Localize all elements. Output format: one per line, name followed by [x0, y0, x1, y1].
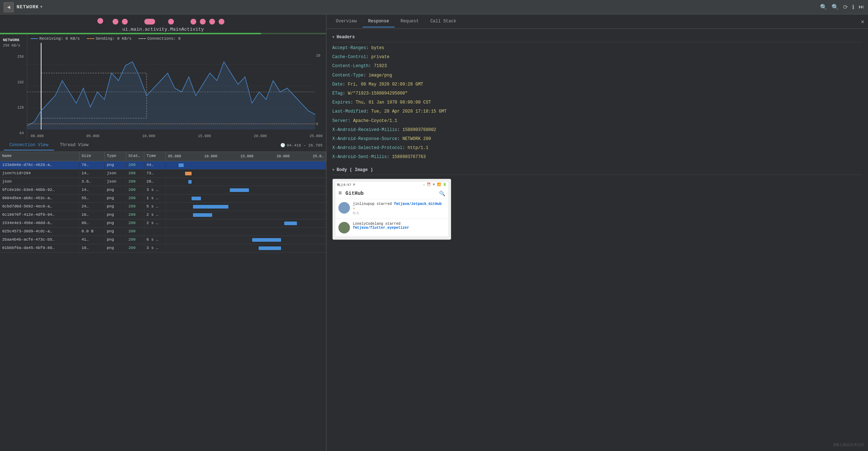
td-status: 200 — [126, 194, 144, 202]
header-row: Content-Length: 71923 — [332, 62, 862, 71]
col-type: Type — [105, 152, 126, 161]
header-row: Last-Modified: Tue, 28 Apr 2020 17:18:15… — [332, 107, 862, 116]
table-row[interactable]: 025c4573-38d9-4cdc-a… 0.0 B png 200 — [0, 228, 326, 236]
refresh-icon[interactable]: ⟳ — [843, 4, 848, 11]
x-tick-4: 20.000 — [254, 134, 267, 138]
table-row[interactable]: 1534e4e3-456e-40dd-8… 60… png 200 2 s … — [0, 219, 326, 228]
td-status: 200 — [126, 178, 144, 186]
table-row[interactable]: 6cbd7d0d-5692-4ec0-a… 24… png 200 5 s … — [0, 203, 326, 211]
close-button[interactable]: ✕ — [861, 18, 864, 25]
feed-text-2: LonelyCodelang starred fmtjava/flutter_e… — [353, 222, 445, 230]
td-name: 9fc6e10c-b3e8-46bb-92… — [0, 186, 79, 194]
process-progress-bar — [0, 33, 326, 34]
thread-dot-8 — [219, 19, 224, 25]
td-timeline — [166, 203, 326, 211]
td-time: 1 s … — [144, 194, 166, 202]
header-value: image/png — [369, 73, 392, 78]
table-row[interactable]: 01bbbf6a-da45-4bf9-89… 10… png 200 3 s … — [0, 244, 326, 253]
table-row[interactable]: 2baa4b4b-acfe-473c-b5… 41… png 200 6 s … — [0, 236, 326, 244]
tab-overview[interactable]: Overview — [330, 16, 363, 27]
chart-x-axis: 00.000 05.000 10.000 15.000 20.000 25.00… — [27, 133, 326, 139]
phone-time: 晚上9:57 P — [337, 183, 355, 187]
tl-tick-3: 20.000 — [277, 154, 290, 158]
info-icon[interactable]: ℹ — [852, 4, 854, 11]
network-chart-svg — [27, 43, 315, 130]
table-header: Name Size Type Stat… Time 05.000 10.000 … — [0, 152, 326, 161]
zoom-in-icon[interactable]: 🔍 — [832, 4, 839, 11]
tab-thread-view[interactable]: Thread View — [54, 140, 94, 150]
table-row[interactable]: json 3.6… json 200 28… — [0, 178, 326, 186]
left-panel: ui.main.activity.MainActivity NETWORK 25… — [0, 14, 326, 451]
table-row[interactable]: 6c10670f-412e-4df0-94… 10… png 200 2 s … — [0, 211, 326, 219]
header-key: X-Android-Selected-Protocol — [332, 145, 402, 150]
td-size: 41… — [79, 236, 105, 244]
header-row: Cache-Control: private — [332, 53, 862, 62]
legend-receiving-line — [31, 38, 38, 39]
header-key: X-Android-Sent-Millis — [332, 154, 387, 159]
main-area: ui.main.activity.MainActivity NETWORK 25… — [0, 14, 868, 451]
td-name: 2baa4b4b-acfe-473c-b5… — [0, 236, 79, 244]
search-icon: 🔍 — [439, 191, 445, 197]
thread-dot-5 — [190, 19, 196, 25]
chart-area: NETWORK 256 KB/s 256 192 128 64 Receivin… — [0, 34, 326, 139]
skip-icon[interactable]: ⏭ — [859, 4, 864, 10]
header-key: Content-Length — [332, 64, 369, 69]
col-size: Size — [79, 152, 105, 161]
legend-connections-line — [139, 38, 146, 39]
td-timeline — [166, 228, 326, 236]
right-y-tick-5: 5 — [316, 122, 325, 126]
header-row: Expires: Thu, 01 Jan 1970 08:00:00 CST — [332, 98, 862, 107]
header-key: Server — [332, 118, 348, 123]
table-row[interactable]: 133a0e8e-d76c-4626-a… 70… png 200 44… — [0, 161, 326, 170]
body-section-toggle[interactable]: ▼ Body ( Image ) — [332, 165, 862, 175]
x-tick-5: 25.000 — [310, 134, 323, 138]
tab-connection-view[interactable]: Connection View — [4, 140, 54, 150]
td-name: 01bbbf6a-da45-4bf9-89… — [0, 244, 79, 252]
legend-connections: Connections: 8 — [139, 36, 180, 41]
td-name: json?cid=294 — [0, 170, 79, 178]
feed-action-2: starred — [385, 222, 400, 226]
back-button[interactable]: ◀ — [4, 2, 14, 12]
toolbar: ◀ NETWORK ▼ 🔍 🔍 ⟳ ℹ ⏭ — [0, 0, 868, 14]
thread-toggle — [144, 19, 155, 25]
chart-right-y-axis: 10 5 — [315, 43, 326, 133]
feed-action-1: starred — [377, 202, 394, 206]
header-row: Content-Type: image/png — [332, 71, 862, 80]
td-status: 200 — [126, 161, 144, 169]
header-key: Date — [332, 82, 343, 87]
header-value: NETWORK 200 — [402, 136, 431, 141]
phone-icons: ☆ ⏰ ≋ 📶 🔋 — [423, 183, 447, 187]
tab-request[interactable]: Request — [395, 16, 424, 27]
legend-receiving-label: Receiving: 0 KB/s — [39, 36, 80, 41]
td-time: 6 s … — [144, 236, 166, 244]
tab-response[interactable]: Response — [363, 16, 395, 27]
time-range: 🕐 04.418 – 26.705 — [280, 143, 323, 148]
header-row: ETag: W/"71923-1588094295000" — [332, 89, 862, 98]
header-key: Content-Type — [332, 73, 363, 78]
header-key: ETag — [332, 91, 343, 96]
legend-sending-line — [87, 38, 94, 39]
phone-status-bar: 晚上9:57 P ☆ ⏰ ≋ 📶 🔋 — [336, 182, 448, 188]
tab-call-stack[interactable]: Call Stack — [425, 16, 462, 27]
feed-text-1: jinlinupup starred fmtjava/Jetpack_GitHu… — [353, 202, 445, 210]
y-tick-128: 128 — [3, 106, 24, 110]
headers-section-toggle[interactable]: ▼ Headers — [332, 32, 862, 42]
td-type: png — [105, 219, 126, 227]
header-row: Accept-Ranges: bytes — [332, 44, 862, 53]
zoom-out-icon[interactable]: 🔍 — [820, 4, 827, 11]
header-row: Server: Apache-Coyote/1.1 — [332, 117, 862, 126]
caret-icon[interactable]: ▼ — [40, 5, 43, 9]
process-label: ui.main.activity.MainActivity — [0, 27, 326, 33]
x-tick-2: 10.000 — [142, 134, 155, 138]
table-row[interactable]: 9084d5ee-ab8c-453c-a… 55… png 200 1 s … — [0, 194, 326, 203]
feed-avatar-1 — [338, 202, 350, 214]
td-timeline — [166, 194, 326, 202]
table-row[interactable]: 9fc6e10c-b3e8-46bb-92… 14… png 200 3 s … — [0, 186, 326, 194]
table-row[interactable]: json?cid=294 14… json 200 73… — [0, 170, 326, 178]
thread-dot-7 — [209, 19, 215, 25]
tl-tick-2: 15.000 — [240, 154, 253, 158]
chart-svg-container[interactable] — [27, 43, 315, 130]
toolbar-title: NETWORK — [17, 4, 39, 10]
feed-user-1: jinlinupup — [353, 202, 374, 206]
header-value: private — [371, 54, 389, 60]
